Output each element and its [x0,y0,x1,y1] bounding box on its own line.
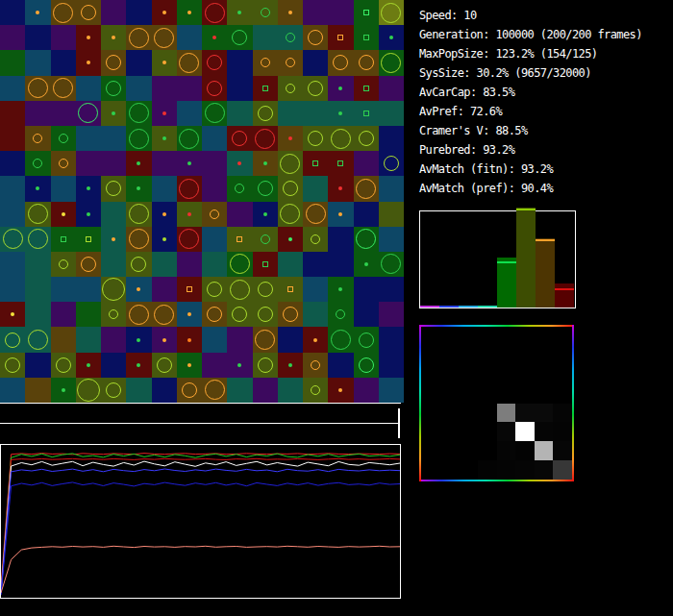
organism-circle [187,363,191,367]
heatmap-cell [535,422,554,441]
history-line-chart [0,444,401,599]
history-line-syssize [1,546,400,593]
world-cell [227,378,252,403]
organism-circle [258,282,273,297]
world-cell [379,25,404,50]
world-cell [177,202,202,227]
world-cell [152,25,177,50]
world-cell [253,25,278,50]
organism-circle [331,330,351,350]
world-cell [253,378,278,403]
organism-circle [154,28,174,48]
world-cell [126,378,151,403]
organism-circle [207,307,222,322]
world-cell [202,252,227,277]
world-cell [0,151,25,176]
organism-circle [112,237,115,241]
world-cell [25,151,50,176]
heatmap-cell [459,460,478,480]
heatmap-cell [553,422,572,441]
world-cell [101,378,126,403]
organism-circle [162,111,166,115]
organism-circle [255,330,275,350]
world-cell [152,302,177,327]
world-cell [303,202,328,227]
world-cell [278,302,303,327]
organism-circle [106,81,121,96]
world-cell [328,327,353,352]
world-cell [177,227,202,252]
organism-circle [258,106,273,121]
organism-circle [311,360,320,370]
world-cell [278,25,303,50]
organism-circle [210,209,219,219]
organism-circle [359,131,374,146]
organism-circle [280,154,300,174]
heatmap-cell [421,460,440,480]
world-cell [303,227,328,252]
organism-circle [363,111,369,116]
world-cell [202,227,227,252]
organism-circle [129,204,149,224]
population-bar-chart: m f [419,210,576,308]
world-cell [101,302,126,327]
world-cell [202,126,227,151]
world-cell [253,126,278,151]
organism-circle [182,382,197,398]
world-cell [354,0,379,25]
world-cell [379,202,404,227]
organism-circle [286,58,295,67]
history-chart-canvas [1,445,400,596]
heatmap-cell [497,327,516,346]
organism-circle [36,186,39,190]
heatmap-cell [459,365,478,384]
world-cell [25,76,50,101]
world-cell [227,176,252,201]
world-cell [328,302,353,327]
world-cell [51,176,76,201]
population-bar-chartreuse [516,208,536,308]
world-cell [278,101,303,126]
world-cell [76,50,101,75]
organism-circle [78,103,98,123]
organism-circle [331,129,351,149]
world-cell [152,227,177,252]
organism-circle [381,254,401,274]
organism-circle [308,131,323,146]
organism-circle [112,111,115,115]
heatmap-cell [459,327,478,346]
stat-line: SysSize: 30.2% (9657/32000) [419,63,642,83]
world-cell [328,25,353,50]
world-cell [126,101,151,126]
world-cell [152,76,177,101]
world-cell [202,76,227,101]
world-cell [101,76,126,101]
world-cell [379,76,404,101]
heatmap-cell [440,441,460,460]
heatmap-cell [497,441,516,460]
world-cell [278,76,303,101]
stat-line: AvCarCap: 83.5% [419,83,642,102]
world-cell [177,0,202,25]
world-cell [303,277,328,302]
heatmap-cell [440,346,460,365]
heatmap-cell [421,346,440,365]
organism-circle [102,278,125,301]
world-cell [25,101,50,126]
heatmap-cell [535,384,554,404]
world-cell [0,227,25,252]
world-cell [253,151,278,176]
frame-progress-end-marker [398,408,400,438]
organism-circle [106,382,121,398]
heatmap-cell [440,422,460,441]
heatmap-cell [515,346,535,365]
organism-circle [262,86,268,91]
history-line-avcarcap [1,469,400,594]
organism-circle [261,234,270,244]
world-cell [253,252,278,277]
world-cell [354,353,379,378]
world-cell [51,353,76,378]
organism-circle [255,129,275,149]
world-cell [278,378,303,403]
world-cell [303,302,328,327]
